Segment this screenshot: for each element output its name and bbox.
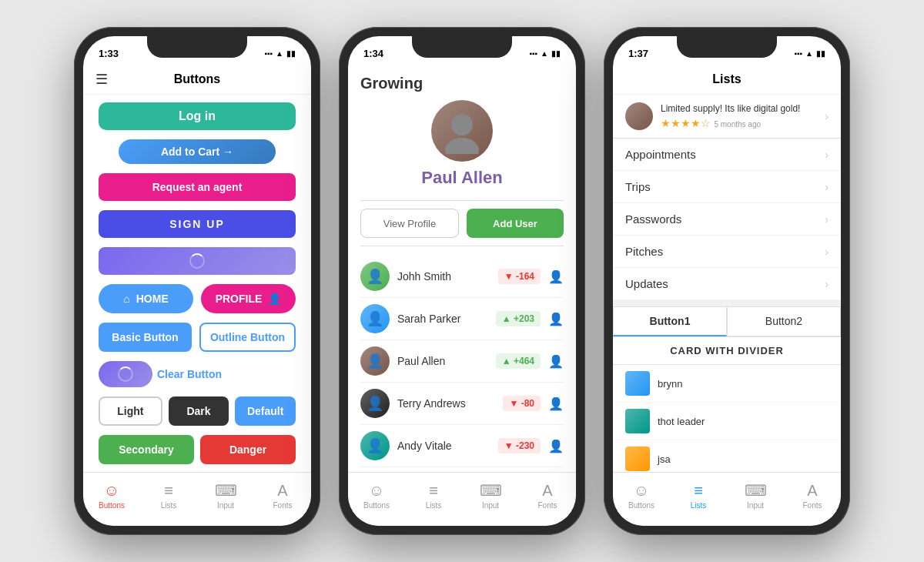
notch-3 xyxy=(677,36,777,58)
input-tab-icon: ⌨ xyxy=(215,481,237,500)
profile-label: PROFILE xyxy=(216,293,263,305)
time-1: 1:33 xyxy=(99,48,119,59)
request-agent-button[interactable]: Request an agent xyxy=(99,173,296,201)
default-button[interactable]: Default xyxy=(235,396,296,426)
tab-buttons-3[interactable]: ☺ Buttons xyxy=(613,473,670,526)
secondary-button[interactable]: Secondary xyxy=(99,435,194,464)
profile-button[interactable]: PROFILE 👤 xyxy=(201,284,296,313)
review-stars: ★★★★☆ xyxy=(661,117,711,129)
tab-buttons-label-3: Buttons xyxy=(628,501,654,510)
buttons-tab-icon-2: ☺ xyxy=(369,482,384,500)
growing-title: Growing xyxy=(360,72,564,100)
pitches-chevron: › xyxy=(825,246,829,258)
list-item-passwords[interactable]: Passwords › xyxy=(613,203,841,236)
profile-name: Paul Allen xyxy=(421,168,503,188)
card-user-2: jsa xyxy=(613,440,841,472)
section-divider xyxy=(613,300,841,306)
user-name-2: Paul Allen xyxy=(397,355,488,367)
table-row: 👤 Paul Allen ▲ +464 👤 xyxy=(360,340,564,383)
tab-input-label-1: Input xyxy=(217,501,234,510)
tab-button-2[interactable]: Button2 xyxy=(727,306,841,336)
battery-icon-3: ▮▮ xyxy=(816,49,825,58)
signal-icon: ▪▪▪ xyxy=(264,49,273,58)
add-user-button[interactable]: Add User xyxy=(467,209,564,238)
basic-button[interactable]: Basic Button xyxy=(99,323,192,352)
tab-input-1[interactable]: ⌨ Input xyxy=(197,473,254,526)
wifi-icon-2: ▲ xyxy=(541,49,548,58)
card-user-0: brynn xyxy=(613,365,841,403)
spinner-2 xyxy=(118,366,133,382)
clear-row: Clear Button xyxy=(99,361,296,387)
user-list: 👤 Johh Smith ▼ -164 👤 👤 Sarah Parker ▲ +… xyxy=(360,256,564,472)
toggle-loading xyxy=(99,361,152,387)
tab-lists-2[interactable]: ≡ Lists xyxy=(405,473,462,526)
review-content: Limited supply! Its like digital gold! ★… xyxy=(661,103,817,130)
wifi-icon-3: ▲ xyxy=(805,49,813,58)
status-icons-3: ▪▪▪ ▲ ▮▮ xyxy=(794,49,825,58)
card-user-name-0: brynn xyxy=(658,378,683,390)
buttons-tab-icon: ☺ xyxy=(104,482,119,500)
signal-icon-2: ▪▪▪ xyxy=(529,49,537,58)
table-row: 👤 Terry Andrews ▼ -80 👤 xyxy=(360,383,564,425)
tab-lists-3[interactable]: ≡ Lists xyxy=(670,473,727,526)
tab-input-3[interactable]: ⌨ Input xyxy=(727,473,784,526)
time-3: 1:37 xyxy=(628,48,648,59)
svg-point-1 xyxy=(445,138,479,154)
profile-section: Paul Allen xyxy=(360,100,564,188)
contact-icon-2[interactable]: 👤 xyxy=(548,354,564,369)
user-score-2: ▲ +464 xyxy=(496,353,541,369)
table-row: 👤 Sarah Parker ▲ +203 👤 xyxy=(360,298,564,340)
menu-icon[interactable]: ☰ xyxy=(95,71,108,88)
phone3-content: Limited supply! Its like digital gold! ★… xyxy=(613,95,841,472)
tab-fonts-label-1: Fonts xyxy=(273,501,292,510)
light-button[interactable]: Light xyxy=(99,396,162,426)
card-user-name-2: jsa xyxy=(658,453,671,465)
nav-bar-3: Lists xyxy=(613,64,841,95)
status-icons-2: ▪▪▪ ▲ ▮▮ xyxy=(529,49,561,58)
tab-buttons-label-1: Buttons xyxy=(99,501,125,510)
tab-fonts-1[interactable]: A Fonts xyxy=(254,473,311,526)
dark-button[interactable]: Dark xyxy=(169,396,229,426)
fonts-tab-icon-2: A xyxy=(542,482,552,500)
contact-icon-3[interactable]: 👤 xyxy=(548,396,564,411)
tab-fonts-3[interactable]: A Fonts xyxy=(784,473,841,526)
user-avatar-3: 👤 xyxy=(360,389,390,418)
list-item-pitches[interactable]: Pitches › xyxy=(613,236,841,268)
login-button[interactable]: Log in xyxy=(99,102,296,130)
user-score-3: ▼ -80 xyxy=(503,396,541,411)
card-title: CARD WITH DIVIDER xyxy=(613,337,841,365)
nav-title-3: Lists xyxy=(712,72,741,86)
tab-input-2[interactable]: ⌨ Input xyxy=(462,473,519,526)
user-name-4: Andy Vitale xyxy=(397,440,490,452)
passwords-chevron: › xyxy=(825,213,829,226)
user-score-4: ▼ -230 xyxy=(498,438,541,453)
phone-lists: 1:37 ▪▪▪ ▲ ▮▮ Lists Limited supply! Its … xyxy=(604,27,850,535)
danger-button[interactable]: Danger xyxy=(200,435,296,464)
tab-buttons-2[interactable]: ☺ Buttons xyxy=(348,473,405,526)
view-profile-button[interactable]: View Profile xyxy=(360,209,459,238)
list-item-updates[interactable]: Updates › xyxy=(613,268,841,300)
list-item-trips[interactable]: Trips › xyxy=(613,171,841,203)
contact-icon-1[interactable]: 👤 xyxy=(548,312,564,326)
contact-icon-0[interactable]: 👤 xyxy=(548,269,564,284)
theme-row: Light Dark Default xyxy=(99,396,296,426)
list-item-appointments[interactable]: Appointments › xyxy=(613,139,841,171)
add-to-cart-button[interactable]: Add to Cart → xyxy=(119,139,276,165)
tab-button-1[interactable]: Button1 xyxy=(613,306,727,336)
sign-up-button[interactable]: SIGN UP xyxy=(99,210,296,238)
review-chevron-icon[interactable]: › xyxy=(825,110,829,122)
home-button[interactable]: ⌂ HOME xyxy=(99,284,193,313)
tab-lists-label-2: Lists xyxy=(426,501,442,510)
clear-button[interactable]: Clear Button xyxy=(157,368,222,380)
notch-1 xyxy=(147,36,247,58)
outline-button[interactable]: Outline Button xyxy=(199,323,296,352)
tab-buttons-1[interactable]: ☺ Buttons xyxy=(83,473,140,526)
input-tab-icon-3: ⌨ xyxy=(745,481,767,500)
profile-action-buttons: View Profile Add User xyxy=(360,200,564,246)
fonts-tab-icon: A xyxy=(277,482,287,500)
tab-fonts-2[interactable]: A Fonts xyxy=(519,473,576,526)
contact-icon-4[interactable]: 👤 xyxy=(548,439,564,453)
updates-label: Updates xyxy=(625,277,825,290)
tab-bar-2: ☺ Buttons ≡ Lists ⌨ Input A Fonts xyxy=(348,472,576,526)
tab-lists-1[interactable]: ≡ Lists xyxy=(140,473,197,526)
